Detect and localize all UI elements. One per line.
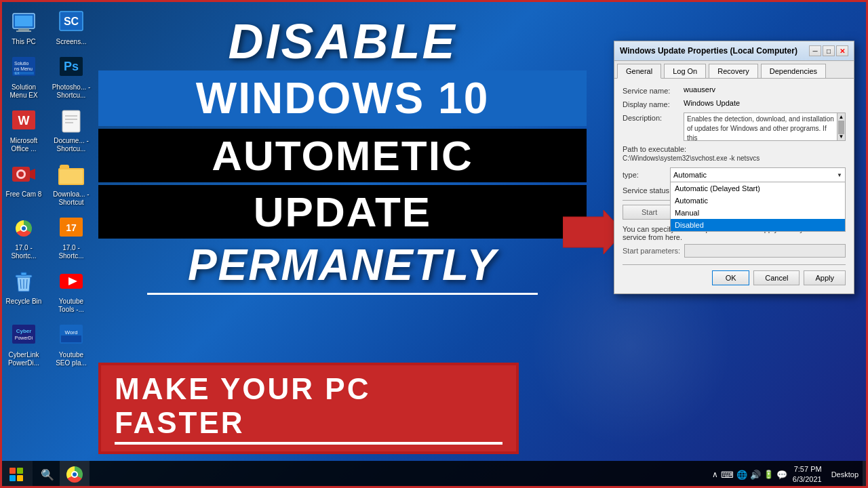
icon-youtube-seo[interactable]: Word Youtube SEO pla... (48, 319, 94, 370)
ok-button[interactable]: OK (712, 270, 749, 285)
battery-icon: 🔋 (764, 470, 774, 479)
svg-rect-1 (15, 16, 33, 26)
svg-text:ns Menu: ns Menu (14, 66, 33, 71)
icon-solution-label: Solution Menu EX (3, 83, 44, 100)
close-button[interactable]: ✕ (836, 45, 848, 56)
title-line4: UPDATE (254, 188, 431, 235)
dialog-body: Service name: wuauserv Display name: Win… (614, 79, 854, 293)
up-arrow-icon[interactable]: ∧ (712, 470, 718, 479)
title-line2: WINDOWS 10 (196, 74, 489, 123)
maximize-button[interactable]: □ (823, 45, 835, 56)
desktop-icons-area: This PC SC Screens... Solutio (0, 0, 98, 488)
start-button[interactable]: Start (623, 205, 676, 220)
title-area: DISABLE WINDOWS 10 AUTOMETIC UPDATE PERM… (98, 14, 587, 295)
startup-type-label: type: (623, 171, 670, 179)
icon-ms-office[interactable]: W Microsoft Office ... (1, 105, 47, 156)
title-line5: PERMANETLY (188, 240, 497, 290)
dialog-tabs: General Log On Recovery Dependencies (614, 61, 854, 79)
dialog-title: Windows Update Properties (Local Compute… (620, 46, 797, 56)
svg-rect-2 (18, 28, 29, 30)
description-row: Description: Enables the detection, down… (623, 113, 846, 141)
free-cam-icon (10, 161, 37, 188)
service-name-label: Service name: (623, 85, 684, 95)
dropdown-option-auto-delayed[interactable]: Automatic (Delayed Start) (671, 182, 845, 195)
svg-text:Ps: Ps (64, 60, 79, 73)
tab-general[interactable]: General (617, 64, 661, 79)
cancel-button[interactable]: Cancel (753, 270, 800, 285)
search-button-taskbar[interactable]: 🔍 (35, 464, 60, 485)
tab-recovery[interactable]: Recovery (709, 64, 757, 78)
icon-cyberlink[interactable]: Cyber PowerDi CyberLink PowerDi... (1, 319, 47, 370)
tab-dependencies[interactable]: Dependencies (761, 64, 826, 78)
service-name-row: Service name: wuauserv (623, 85, 846, 95)
dropdown-option-automatic[interactable]: Automatic (671, 195, 845, 207)
icon-17-shortcut[interactable]: 17 17.0 - Shortc... (48, 212, 94, 263)
icon-free-cam[interactable]: Free Cam 8 (1, 159, 47, 209)
description-text: Enables the detection, download, and ins… (687, 115, 834, 140)
screenshot-sc-icon: SC (58, 9, 85, 36)
sound-icon[interactable]: 🔊 (750, 470, 761, 480)
dialog-footer-buttons: OK Cancel Apply (623, 268, 846, 287)
startup-type-dropdown[interactable]: Automatic ▼ (670, 167, 846, 182)
description-scrollbar[interactable]: ▲ ▼ (837, 113, 845, 140)
svg-text:EX: EX (15, 71, 20, 75)
scroll-track (837, 121, 845, 133)
chrome-taskbar-button[interactable] (60, 461, 90, 488)
dropdown-option-manual[interactable]: Manual (671, 207, 845, 219)
start-button-taskbar[interactable] (0, 461, 33, 488)
icon-document-label: Docume... - Shortcu... (51, 137, 92, 153)
cyberlink-icon: Cyber PowerDi (10, 322, 37, 349)
start-params-row: Start parameters: (623, 244, 846, 258)
svg-text:Cyber: Cyber (16, 328, 32, 334)
icon-recycle-bin[interactable]: Recycle Bin (1, 266, 47, 317)
start-params-label: Start parameters: (623, 247, 680, 255)
scroll-up-btn[interactable]: ▲ (837, 113, 845, 121)
dropdown-arrow-icon: ▼ (837, 172, 842, 178)
path-section: Path to executable: C:\Windows\system32\… (623, 145, 846, 162)
notification-icon[interactable]: 💬 (776, 470, 787, 480)
windows-logo-icon (9, 468, 23, 481)
title-box3: UPDATE (98, 185, 587, 239)
start-params-input[interactable] (684, 244, 846, 258)
icon-google-chrome[interactable]: 17.0 - Shortc... (1, 212, 47, 263)
dropdown-selected-value: Automatic (673, 171, 707, 179)
icon-document-shortcut[interactable]: Docume... - Shortcu... (48, 105, 94, 156)
service-name-value: wuauserv (684, 85, 715, 94)
dialog-window-controls: ─ □ ✕ (809, 45, 848, 56)
taskbar: 🔍 ∧ ⌨ 🌐 🔊 🔋 💬 7:57 PM 6/3/2021 Desktop (0, 461, 868, 488)
minimize-button[interactable]: ─ (809, 45, 821, 56)
title-line1: DISABLE (228, 14, 456, 69)
youtube-seo-icon: Word (58, 322, 85, 349)
show-desktop-button[interactable] (863, 461, 868, 488)
icon-download-label: Downloa... - Shortcut (51, 190, 92, 207)
tab-logon[interactable]: Log On (664, 64, 706, 78)
svg-text:SC: SC (64, 16, 79, 27)
startup-type-row: type: Automatic ▼ Automatic (Delayed Sta… (623, 167, 846, 182)
display-name-label: Display name: (623, 99, 684, 108)
svg-rect-33 (61, 336, 81, 342)
desktop-label[interactable]: Desktop (827, 470, 863, 479)
icon-solution-menu[interactable]: Solutio ns Menu EX Solution Menu EX (1, 52, 47, 102)
taskbar-clock[interactable]: 7:57 PM 6/3/2021 (793, 464, 827, 485)
icon-photoshop[interactable]: Ps Photosho... - Shortcu... (48, 52, 94, 102)
icon-17-label: 17.0 - Shortc... (51, 244, 92, 260)
icon-this-pc[interactable]: This PC (1, 6, 47, 49)
display-name-value: Windows Update (684, 99, 740, 107)
dropdown-option-disabled[interactable]: Disabled (671, 219, 845, 231)
icon-download-shortcut[interactable]: Downloa... - Shortcut (48, 159, 94, 209)
keyboard-icon: ⌨ (721, 470, 734, 480)
svg-text:W: W (18, 114, 30, 127)
icon-youtube-tools[interactable]: Youtube Tools -... (48, 266, 94, 317)
description-value-box: Enables the detection, download, and ins… (684, 113, 837, 140)
apply-button[interactable]: Apply (804, 270, 846, 285)
icon-free-cam-label: Free Cam 8 (6, 190, 42, 199)
description-label: Description: (623, 113, 684, 122)
subtitle-text: MAKE YOUR PC FASTER (115, 372, 502, 440)
chrome-taskbar-icon (66, 466, 83, 483)
svg-rect-3 (16, 30, 31, 32)
svg-text:PowerDi: PowerDi (15, 336, 33, 340)
icon-screenshot-sc[interactable]: SC Screens... (48, 6, 94, 49)
network-icon[interactable]: 🌐 (736, 470, 747, 480)
download-shortcut-icon (58, 161, 85, 188)
17-shortcut-icon: 17 (58, 215, 85, 242)
